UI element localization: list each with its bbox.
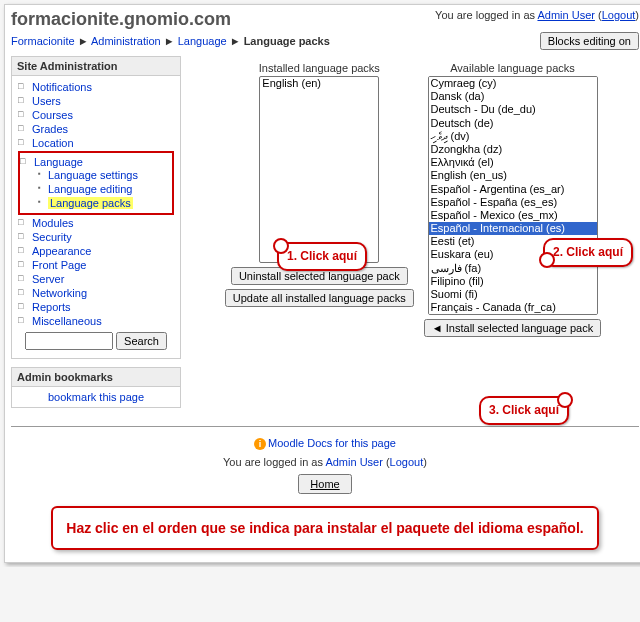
install-button[interactable]: ◄ Install selected language pack: [424, 319, 601, 337]
callout-3: 3. Click aquí: [479, 396, 569, 425]
search-input[interactable]: [25, 332, 113, 350]
site-admin-block: Site Administration NotificationsUsersCo…: [11, 56, 181, 359]
instruction-callout: Haz clic en el orden que se indica para …: [51, 506, 599, 550]
sidebar-item[interactable]: Server: [32, 273, 64, 285]
bc-lang[interactable]: Language: [178, 35, 227, 47]
update-all-button[interactable]: Update all installed language packs: [225, 289, 414, 307]
sidebar-item[interactable]: Appearance: [32, 245, 91, 257]
bc-admin[interactable]: Administration: [91, 35, 161, 47]
block-header: Admin bookmarks: [12, 368, 180, 387]
footer-user-link[interactable]: Admin User: [325, 456, 382, 468]
login-user-link[interactable]: Admin User: [537, 9, 594, 21]
block-header: Site Administration: [12, 57, 180, 76]
bookmark-link[interactable]: bookmark this page: [48, 391, 144, 403]
sidebar-item[interactable]: Miscellaneous: [32, 315, 102, 327]
sidebar-item[interactable]: Modules: [32, 217, 74, 229]
logout-link[interactable]: Logout: [602, 9, 636, 21]
login-info: You are logged in as Admin User (Logout): [435, 9, 639, 21]
sidebar-subitem[interactable]: Language packs: [48, 197, 133, 209]
sidebar-subitem[interactable]: Language editing: [48, 183, 132, 195]
sidebar-item[interactable]: Grades: [32, 123, 68, 135]
callout-2: 2. Click aquí: [543, 238, 633, 267]
blocks-editing-button[interactable]: Blocks editing on: [540, 32, 639, 50]
site-title: formacionite.gnomio.com: [11, 9, 231, 30]
available-packs-select[interactable]: Cymraeg (cy)Dansk (da)Deutsch - Du (de_d…: [428, 76, 598, 315]
sidebar-item-language[interactable]: Language: [34, 156, 83, 168]
sidebar-item[interactable]: Users: [32, 95, 61, 107]
sidebar-item[interactable]: Location: [32, 137, 74, 149]
callout-1: 1. Click aquí: [277, 242, 367, 271]
bc-root[interactable]: Formacionite: [11, 35, 75, 47]
sidebar-item[interactable]: Security: [32, 231, 72, 243]
installed-packs-select[interactable]: English (en): [259, 76, 379, 263]
moodle-docs-link[interactable]: Moodle Docs for this page: [268, 437, 396, 449]
sidebar-item[interactable]: Front Page: [32, 259, 86, 271]
available-title: Available language packs: [450, 62, 575, 74]
breadcrumb: Formacionite ► Administration ► Language…: [11, 35, 330, 47]
footer-logout-link[interactable]: Logout: [390, 456, 424, 468]
admin-bookmarks-block: Admin bookmarks bookmark this page: [11, 367, 181, 408]
sidebar-item[interactable]: Courses: [32, 109, 73, 121]
sidebar-subitem[interactable]: Language settings: [48, 169, 138, 181]
home-button[interactable]: Home: [298, 474, 351, 494]
sidebar-item[interactable]: Reports: [32, 301, 71, 313]
sidebar-item[interactable]: Notifications: [32, 81, 92, 93]
installed-title: Installed language packs: [259, 62, 380, 74]
search-button[interactable]: Search: [116, 332, 167, 350]
info-icon: i: [254, 438, 266, 450]
sidebar-item[interactable]: Networking: [32, 287, 87, 299]
